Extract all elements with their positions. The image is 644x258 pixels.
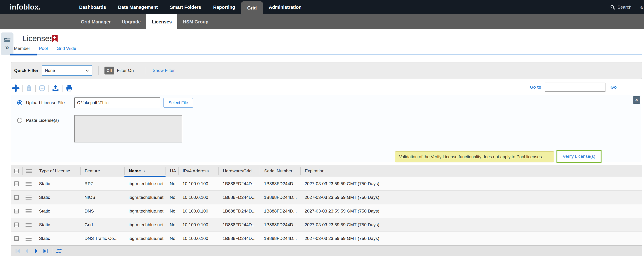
cell-hardware-id: 1B888FD244D... (218, 236, 260, 241)
tab-grid-wide[interactable]: Grid Wide (57, 46, 76, 51)
search-label[interactable]: Search (618, 5, 632, 10)
goto-input[interactable] (545, 83, 606, 92)
column-header-ha[interactable]: HA (166, 167, 178, 175)
select-file-button[interactable]: Select File (164, 98, 193, 108)
row-menu-icon[interactable] (22, 196, 35, 200)
validation-message: Validation of the Verify License functio… (395, 151, 554, 162)
upload-file-option: Upload License File (17, 100, 65, 105)
subnav-item-upgrade[interactable]: Upgrade (116, 14, 146, 29)
license-table-row[interactable]: Static NIOS ibgm.techblue.net No 10.100.… (11, 191, 642, 204)
next-page-icon[interactable] (33, 248, 39, 254)
paste-license-radio[interactable] (17, 118, 22, 123)
add-bookmark-icon[interactable] (52, 35, 58, 43)
main-menu: Dashboards Data Management Smart Folders… (73, 0, 308, 14)
folder-icon (4, 37, 11, 44)
print-icon[interactable] (66, 85, 73, 92)
finder-collapse-panel[interactable]: » (1, 32, 14, 55)
goto-control: Go to Go (530, 83, 616, 92)
delete-icon[interactable] (26, 85, 32, 92)
sorted-column-indicator (124, 176, 166, 177)
cell-serial-number: 1B888FD244D... (260, 181, 300, 186)
table-menu-icon[interactable] (22, 167, 35, 175)
column-header-ipv4[interactable]: IPv4 Address (178, 167, 218, 175)
column-header-expiration[interactable]: Expiration (300, 167, 642, 175)
search-icon[interactable] (610, 5, 615, 10)
restrict-icon[interactable] (38, 85, 46, 92)
infoblox-logo: infoblox. (10, 3, 41, 11)
cell-type-of-license: Static (35, 181, 80, 186)
license-table-row[interactable]: Static DNS Traffic Co... ibgm.techblue.n… (11, 232, 642, 246)
quick-filter-selected-value: None (45, 68, 55, 73)
cell-expiration: 2027-03-03 23:59:59 GMT (750 Days) (300, 222, 642, 227)
nav-item-data-management[interactable]: Data Management (112, 0, 164, 14)
expand-chevrons-icon[interactable]: » (5, 44, 9, 51)
previous-page-icon[interactable] (24, 248, 30, 254)
nav-item-dashboards[interactable]: Dashboards (73, 0, 112, 14)
row-checkbox[interactable] (11, 181, 22, 186)
add-icon[interactable] (12, 84, 20, 92)
cell-ipv4-address: 10.100.0.100 (178, 195, 218, 200)
top-navigation-bar: infoblox. Dashboards Data Management Sma… (0, 0, 644, 14)
first-page-icon[interactable] (15, 248, 21, 254)
row-menu-icon[interactable] (22, 209, 35, 213)
refresh-icon[interactable] (56, 248, 62, 254)
user-menu-partial-text[interactable]: a (640, 5, 644, 10)
column-header-name[interactable]: Name ▲ (124, 167, 166, 175)
upload-icon[interactable] (52, 84, 59, 92)
column-header-serial[interactable]: Serial Number (260, 167, 300, 175)
nav-item-smart-folders[interactable]: Smart Folders (164, 0, 207, 14)
quick-filter-bar: Quick Filter None Off Filter On Show Fil… (11, 62, 642, 79)
divider (22, 85, 23, 92)
table-header-row: Type of License Feature Name ▲ HA IPv4 A… (11, 165, 642, 177)
subnav-item-hsm-group[interactable]: HSM Group (177, 14, 214, 29)
cell-serial-number: 1B888FD244D... (260, 222, 300, 227)
cell-ipv4-address: 10.100.0.100 (178, 222, 218, 227)
show-filter-link[interactable]: Show Filter (152, 68, 174, 73)
cell-feature: NIOS (80, 195, 124, 200)
table-pagination-footer (11, 246, 642, 256)
verify-licenses-button[interactable]: Verify License(s) (556, 150, 602, 163)
cell-serial-number: 1B888FD244D... (260, 195, 300, 200)
last-page-icon[interactable] (42, 248, 48, 254)
cell-ha: No (166, 181, 178, 186)
row-menu-icon[interactable] (22, 223, 35, 227)
upload-license-panel: × Upload License File Select File Paste … (11, 95, 642, 163)
cell-serial-number: 1B888FD244D... (260, 209, 300, 214)
cell-hardware-id: 1B888FD244D... (218, 209, 260, 214)
paste-license-textarea[interactable] (74, 115, 182, 142)
column-header-feature[interactable]: Feature (80, 167, 124, 175)
row-checkbox[interactable] (11, 209, 22, 214)
cell-name: ibgm.techblue.net (124, 236, 166, 241)
upload-file-radio[interactable] (17, 100, 22, 105)
license-table-row[interactable]: Static Grid ibgm.techblue.net No 10.100.… (11, 218, 642, 232)
license-file-path-input[interactable] (74, 97, 160, 108)
nav-item-grid[interactable]: Grid (241, 1, 263, 14)
license-table-row[interactable]: Static DNS ibgm.techblue.net No 10.100.0… (11, 204, 642, 218)
filter-toggle-button[interactable]: Off (104, 67, 114, 74)
row-checkbox[interactable] (11, 195, 22, 200)
row-menu-icon[interactable] (22, 182, 35, 186)
cell-feature: RPZ (80, 181, 124, 186)
subnav-item-grid-manager[interactable]: Grid Manager (75, 14, 116, 29)
nav-item-administration[interactable]: Administration (263, 0, 308, 14)
cell-name: ibgm.techblue.net (124, 195, 166, 200)
subnav-item-licenses[interactable]: Licenses (146, 14, 177, 29)
row-checkbox[interactable] (11, 223, 22, 227)
nav-item-reporting[interactable]: Reporting (207, 0, 241, 14)
row-checkbox[interactable] (11, 236, 22, 241)
go-button[interactable]: Go (610, 85, 616, 90)
close-icon[interactable]: × (633, 96, 640, 104)
tab-member[interactable]: Member (14, 46, 30, 51)
tab-pool[interactable]: Pool (39, 46, 48, 51)
name-header-label: Name (129, 168, 141, 174)
column-header-hardware[interactable]: Hardware/Grid ... (218, 167, 260, 175)
quick-filter-dropdown[interactable]: None (42, 65, 92, 76)
divider (53, 248, 53, 254)
row-menu-icon[interactable] (22, 237, 35, 241)
licenses-table: Type of License Feature Name ▲ HA IPv4 A… (11, 165, 642, 246)
select-all-checkbox[interactable] (11, 167, 22, 175)
column-header-type[interactable]: Type of License (35, 167, 80, 175)
cell-type-of-license: Static (35, 195, 80, 200)
license-table-row[interactable]: Static RPZ ibgm.techblue.net No 10.100.0… (11, 177, 642, 191)
global-search[interactable]: Search a (610, 0, 644, 14)
